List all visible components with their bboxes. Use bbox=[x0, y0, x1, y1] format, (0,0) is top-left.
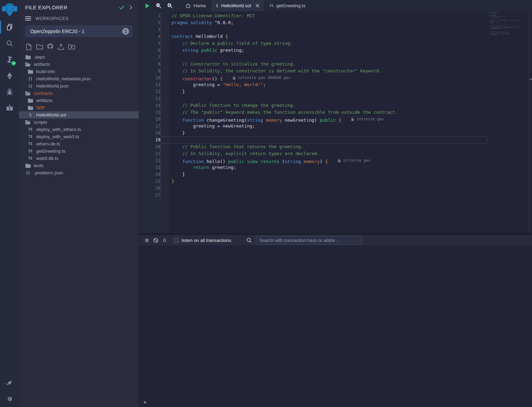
file-tree-item[interactable]: TSweb3-lib.ts bbox=[19, 155, 139, 162]
code-line[interactable]: 24 } bbox=[139, 171, 487, 178]
file-tree-item[interactable]: tests bbox=[19, 162, 139, 169]
code-line[interactable]: 6 string public greeting; bbox=[139, 47, 487, 54]
file-tree-item-label: tests bbox=[34, 163, 44, 168]
tab-getgreeting-ts[interactable]: TS getGreeting.ts bbox=[264, 0, 311, 11]
clear-console-button[interactable] bbox=[151, 238, 160, 243]
code-line[interactable]: 4contract HelloWorld { bbox=[139, 33, 487, 40]
tab-label: Home bbox=[194, 3, 206, 8]
code-line[interactable]: 17 greeting = newGreeting; bbox=[139, 123, 487, 130]
sidebar-item-file-explorer[interactable] bbox=[0, 19, 19, 35]
workspaces-menu-button[interactable] bbox=[25, 16, 31, 21]
code-line[interactable]: 26 bbox=[139, 185, 487, 192]
code-line[interactable]: 18 } bbox=[139, 130, 487, 136]
code-line[interactable]: 19 bbox=[139, 136, 487, 143]
terminal-output[interactable]: > bbox=[139, 245, 532, 407]
tab-label: HelloWorld.sol bbox=[221, 3, 251, 8]
code-line[interactable]: 20 // Public function that returns the g… bbox=[139, 143, 487, 150]
code-line[interactable]: 8 // Constructor to initialize the greet… bbox=[139, 61, 487, 68]
editor-scrollbar[interactable] bbox=[529, 11, 532, 233]
code-line[interactable]: 11 greeting = "Hello, World!"; bbox=[139, 81, 487, 88]
zoom-out-button[interactable] bbox=[153, 0, 164, 11]
activity-bar bbox=[0, 0, 19, 407]
code-editor[interactable]: 1// SPDX-License-Identifier: MIT2pragma … bbox=[139, 11, 532, 233]
gas-pump-icon bbox=[232, 76, 236, 80]
sidebar-item-settings[interactable] bbox=[0, 391, 19, 407]
expand-terminal-button[interactable] bbox=[143, 238, 151, 243]
file-tree-item[interactable]: {}.prettierrc.json bbox=[19, 169, 139, 176]
terminal-toolbar: 0 listen on all transactions bbox=[139, 235, 532, 245]
code-lines[interactable]: 1// SPDX-License-Identifier: MIT2pragma … bbox=[139, 11, 487, 199]
file-tree-item[interactable]: scripts bbox=[19, 119, 139, 126]
line-number: 1 bbox=[139, 12, 160, 19]
sidebar-item-deploy-run[interactable] bbox=[0, 68, 19, 84]
code-line[interactable]: 22 function hello() public view returns … bbox=[139, 157, 487, 164]
gas-pump-icon bbox=[351, 117, 355, 121]
run-script-button[interactable] bbox=[142, 0, 153, 11]
code-line[interactable]: 10 constructor() {infinite gas 368600 ga… bbox=[139, 74, 487, 81]
line-number: 17 bbox=[139, 123, 160, 130]
zoom-in-button[interactable] bbox=[164, 0, 176, 11]
code-line[interactable]: 2pragma solidity ^0.8.0; bbox=[139, 19, 487, 26]
terminal-search-input[interactable] bbox=[256, 236, 362, 245]
file-tree-item[interactable]: .deps bbox=[19, 53, 139, 61]
code-line[interactable]: 12 } bbox=[139, 88, 487, 95]
tab-helloworld-sol[interactable]: S HelloWorld.sol bbox=[211, 0, 264, 11]
file-tree-item[interactable]: WIP bbox=[19, 104, 139, 111]
ts-icon: TS bbox=[28, 142, 33, 146]
sidebar-item-debugger[interactable] bbox=[0, 84, 19, 100]
sidebar-item-plugin-manager[interactable] bbox=[0, 375, 19, 391]
line-content: pragma solidity ^0.8.0; bbox=[160, 19, 487, 26]
code-line[interactable]: 25} bbox=[139, 178, 487, 185]
ts-icon: TS bbox=[28, 135, 33, 139]
sidebar-item-learneth[interactable] bbox=[0, 100, 19, 116]
confirm-check-button[interactable] bbox=[119, 5, 125, 10]
workspaces-label: WORKSPACES bbox=[35, 16, 69, 21]
file-tree-item[interactable]: build-info bbox=[19, 68, 139, 75]
file-tree-item[interactable]: TSdeploy_with_ethers.ts bbox=[19, 126, 139, 133]
line-content: greeting = "Hello, World!"; bbox=[160, 81, 487, 88]
file-tree-item[interactable]: TSethers-lib.ts bbox=[19, 140, 139, 147]
line-number: 15 bbox=[139, 109, 160, 116]
code-line[interactable]: 13 bbox=[139, 95, 487, 102]
file-tree-item[interactable]: SHelloWorld.sol bbox=[19, 111, 139, 119]
upload-folder-button[interactable] bbox=[68, 43, 75, 50]
code-line[interactable]: 1// SPDX-License-Identifier: MIT bbox=[139, 12, 487, 19]
close-tab-button[interactable] bbox=[255, 4, 259, 8]
file-tree-item-label: web3-lib.ts bbox=[36, 156, 59, 161]
listen-transactions-checkbox[interactable] bbox=[174, 238, 179, 243]
folder-open-icon bbox=[25, 120, 31, 124]
remix-logo[interactable] bbox=[0, 0, 19, 19]
sidebar-item-solidity-compiler[interactable] bbox=[0, 51, 19, 68]
file-explorer-icon bbox=[6, 23, 13, 31]
file-tree-item[interactable]: TSdeploy_with_web3.ts bbox=[19, 133, 139, 140]
code-line[interactable]: 5 // Declare a public field of type stri… bbox=[139, 40, 487, 47]
code-line[interactable]: 7 bbox=[139, 54, 487, 61]
code-line[interactable]: 14 // Public function to change the gree… bbox=[139, 102, 487, 109]
file-tree-item[interactable]: artifacts bbox=[19, 61, 139, 68]
panel-expand-button[interactable] bbox=[129, 5, 133, 10]
new-folder-button[interactable] bbox=[36, 43, 43, 50]
tab-home[interactable]: Home bbox=[180, 0, 211, 11]
new-file-button[interactable] bbox=[25, 43, 32, 50]
code-line[interactable]: 23 return greeting; bbox=[139, 164, 487, 171]
scrollbar-handle[interactable] bbox=[530, 79, 532, 80]
line-content bbox=[160, 185, 487, 192]
code-line[interactable]: 21 // In Solidity, explicit return types… bbox=[139, 150, 487, 157]
file-tree-item[interactable]: contracts bbox=[19, 90, 139, 97]
line-number: 25 bbox=[139, 178, 160, 185]
sidebar-item-search[interactable] bbox=[0, 35, 19, 51]
minimap[interactable]: // SPDX-License-Identifier: MITpragma so… bbox=[487, 11, 529, 233]
line-number: 18 bbox=[139, 130, 160, 136]
file-tree-item[interactable]: artifacts bbox=[19, 97, 139, 104]
code-line[interactable]: 15 // The "public" keyword makes the fun… bbox=[139, 109, 487, 116]
code-line[interactable]: 3 bbox=[139, 26, 487, 33]
file-tree-item[interactable]: TSgetGreeting.ts bbox=[19, 147, 139, 155]
workspace-select[interactable]: OpenZeppelin ERC20 - 1 bbox=[25, 25, 133, 37]
github-button[interactable] bbox=[46, 43, 54, 50]
code-line[interactable]: 27 bbox=[139, 192, 487, 199]
upload-file-button[interactable] bbox=[57, 43, 64, 50]
file-tree-item[interactable]: {}HelloWorld.json bbox=[19, 82, 139, 90]
file-tree-item[interactable]: {}HelloWorld_metadata.json bbox=[19, 75, 139, 82]
code-line[interactable]: 9 // In Solidity, the constructor is def… bbox=[139, 68, 487, 74]
code-line[interactable]: 16 function changeGreeting(string memory… bbox=[139, 116, 487, 123]
